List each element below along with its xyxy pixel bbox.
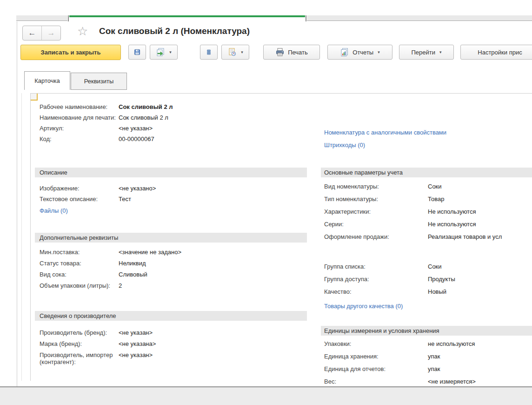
- field-value: Соки: [428, 183, 442, 190]
- field-label: Единица для отчетов:: [324, 365, 428, 372]
- history-icon: [227, 47, 237, 57]
- field-label: Наименование для печати:: [40, 114, 119, 121]
- back-arrow-icon: ←: [28, 28, 36, 38]
- field-value: Реализация товаров и усл: [428, 233, 502, 240]
- structure-button[interactable]: [200, 45, 218, 60]
- form-inner-border: [21, 93, 22, 381]
- field-row: Тип номенклатуры:Товар: [321, 196, 532, 208]
- field-row: Изображение:<не указано>: [35, 185, 307, 196]
- save-close-button[interactable]: Записать и закрыть: [20, 45, 121, 60]
- field-value: <не указана>: [119, 340, 156, 347]
- main-fields-block: Рабочее наименование:Сок сливовый 2 лНаи…: [35, 103, 307, 146]
- field-value: Соки: [428, 263, 442, 270]
- field-label: Марка (бренд):: [40, 340, 119, 347]
- left-field-column: Рабочее наименование:Сок сливовый 2 лНаи…: [35, 103, 307, 365]
- field-label: Рабочее наименование:: [40, 103, 119, 110]
- tab-rekvizity[interactable]: Реквизиты: [71, 73, 127, 90]
- field-row: Единица для отчетов:упак: [321, 365, 532, 378]
- field-label: Тип номенклатуры:: [324, 196, 428, 202]
- history-dropdown-button[interactable]: ▾: [221, 45, 249, 60]
- back-button[interactable]: ←: [23, 26, 42, 40]
- section-header: Дополнительные реквизиты: [35, 233, 307, 243]
- print-label: Печать: [288, 49, 308, 56]
- field-row: Группа доступа:Продукты: [321, 276, 532, 288]
- field-row: Код:00-00000067: [35, 135, 307, 146]
- similar-items-link[interactable]: Номенклатура с аналогичными свойствами: [321, 127, 532, 140]
- section-rows: Изображение:<не указано>Текстовое описан…: [35, 177, 307, 217]
- window-left-border: [17, 21, 17, 386]
- window-tab-left[interactable]: [16, 15, 67, 21]
- form-section: ОписаниеИзображение:<не указано>Текстово…: [35, 168, 307, 217]
- settings-button[interactable]: Настройки прис: [460, 45, 532, 60]
- goto-dropdown-button[interactable]: Перейти ▾: [399, 45, 454, 60]
- field-row: Производитель, импортер (контрагент):<не…: [35, 351, 307, 365]
- field-label: Статус товара:: [40, 260, 119, 267]
- save-button[interactable]: [128, 45, 146, 60]
- dropdown-arrow-icon: ▾: [241, 50, 243, 54]
- field-row: Объем упаковки (литры):2: [35, 282, 307, 293]
- window-tab-right[interactable]: [307, 15, 532, 21]
- field-label: Группа доступа:: [324, 276, 428, 283]
- section-rows: Упаковки:не используютсяЕдиница хранения…: [321, 336, 532, 391]
- section-header: Описание: [35, 168, 307, 177]
- field-value: <не указан>: [119, 329, 153, 336]
- section-rows: Вид номенклатуры:СокиТип номенклатуры:То…: [321, 177, 532, 246]
- files-link[interactable]: Файлы (0): [35, 206, 307, 217]
- field-label: Мин.поставка:: [40, 249, 119, 256]
- history-nav-group: ← →: [22, 26, 61, 40]
- field-row: Вид сока:Сливовый: [35, 271, 307, 282]
- field-label: Код:: [40, 135, 119, 142]
- field-label: Серии:: [324, 221, 428, 228]
- field-value: <значение не задано>: [119, 249, 181, 256]
- reports-dropdown-button[interactable]: Отчеты ▾: [327, 45, 392, 60]
- section-header: Основные параметры учета: [321, 168, 532, 177]
- tab-kartochka[interactable]: Карточка: [24, 71, 70, 90]
- dropdown-arrow-icon: ▾: [169, 50, 172, 54]
- window-tab-separator: [68, 15, 69, 21]
- structure-icon: [206, 47, 212, 57]
- field-row: Рабочее наименование:Сок сливовый 2 л: [35, 103, 307, 114]
- section-rows: Мин.поставка:<значение не задано>Статус …: [35, 243, 307, 293]
- print-button[interactable]: Печать: [263, 45, 320, 60]
- field-row: Текстовое описание:Тест: [35, 196, 307, 206]
- field-label: Артикул:: [40, 125, 119, 132]
- section-rows: Производитель (бренд):<не указан>Марка (…: [35, 321, 307, 365]
- field-row: Характеристики:Не используются: [321, 208, 532, 221]
- form-panel-top-border: [30, 93, 532, 94]
- field-value: Не используются: [428, 208, 476, 215]
- other-quality-goods-link[interactable]: Товары другого качества (0): [321, 301, 532, 313]
- field-row: Упаковки:не используются: [321, 340, 532, 353]
- field-label: Производитель, импортер (контрагент):: [40, 351, 119, 365]
- field-row: Оформление продажи:Реализация товаров и …: [321, 233, 532, 246]
- field-row: Марка (бренд):<не указана>: [35, 340, 307, 351]
- active-window-tab-indicator[interactable]: [69, 15, 305, 21]
- field-value: <не указано>: [119, 185, 156, 192]
- field-label: Единица хранения:: [324, 353, 428, 360]
- barcodes-link[interactable]: Штрихкоды (0): [321, 140, 532, 152]
- field-value: не используются: [428, 340, 475, 347]
- field-value: Сок сливовый 2 л: [119, 103, 173, 110]
- field-row: Качество:Новый: [321, 288, 532, 301]
- reports-label: Отчеты: [352, 49, 373, 56]
- desktop-background: [0, 387, 532, 405]
- field-value: Сливовый: [119, 271, 147, 278]
- field-value: <не измеряется>: [428, 378, 476, 385]
- field-value: Продукты: [428, 276, 455, 283]
- field-value: 2: [119, 282, 122, 289]
- field-value: 00-00000067: [119, 135, 154, 142]
- star-icon[interactable]: ☆: [77, 24, 88, 39]
- form-section: Группа списка:СокиГруппа доступа:Продукт…: [321, 263, 532, 313]
- form-corner-anchor: [31, 94, 38, 101]
- copy-dropdown-button[interactable]: ▾: [150, 45, 178, 60]
- form-section: Сведения о производителеПроизводитель (б…: [35, 311, 307, 365]
- dropdown-arrow-icon: ▾: [378, 50, 380, 54]
- field-value: упак: [428, 353, 440, 360]
- forward-button[interactable]: →: [42, 26, 60, 40]
- settings-label: Настройки прис: [478, 49, 522, 56]
- field-row: Производитель (бренд):<не указан>: [35, 329, 307, 340]
- field-row: Статус товара:Неликвид: [35, 260, 307, 271]
- field-row: Группа списка:Соки: [321, 263, 532, 276]
- field-label: Вид номенклатуры:: [324, 183, 428, 190]
- field-row: Вид номенклатуры:Соки: [321, 183, 532, 196]
- field-label: Упаковки:: [324, 340, 428, 347]
